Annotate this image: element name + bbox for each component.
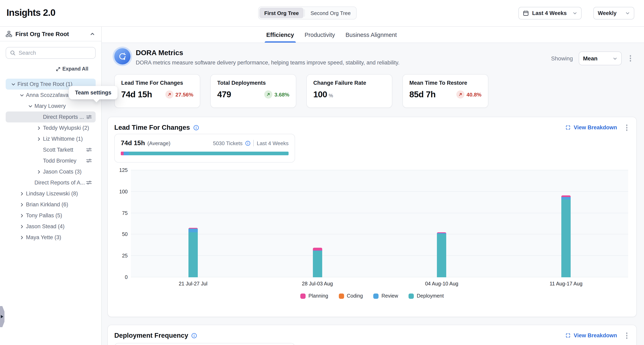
chevron-right-icon[interactable] <box>36 168 42 175</box>
granularity-select[interactable]: Weekly <box>593 7 634 20</box>
gridline <box>131 213 628 213</box>
tree-item-tony-pallas-5[interactable]: Tony Pallas (5) <box>6 210 96 221</box>
tab-efficiency[interactable]: Efficiency <box>266 27 295 42</box>
bar-28-jul-03-aug[interactable] <box>313 248 322 277</box>
metric-value: 479 <box>217 90 231 99</box>
lead-time-title: Lead Time For Changes <box>114 124 190 132</box>
average-value: 74d 15h <box>121 140 145 147</box>
chevron-right-icon[interactable] <box>36 136 42 142</box>
chevron-down-icon[interactable] <box>27 103 34 109</box>
tree-item-label: Mary Lowery <box>34 103 66 109</box>
legend-item-review[interactable]: Review <box>374 293 398 299</box>
y-tick-label: 50 <box>108 232 128 237</box>
tree-item-scott-tarkett[interactable]: Scott Tarkett <box>6 144 96 155</box>
trend-up-arrow-icon <box>165 90 174 98</box>
tree-item-jason-stead-4[interactable]: Jason Stead (4) <box>6 221 96 232</box>
tree-item-direct-reports-of-a[interactable]: Direct Reports of A... <box>6 177 96 188</box>
chevron-right-icon[interactable] <box>19 234 25 240</box>
bar-11-aug-17-aug[interactable] <box>561 196 571 277</box>
search-input[interactable] <box>19 50 91 56</box>
y-tick-label: 25 <box>108 253 128 259</box>
legend-swatch <box>300 293 306 298</box>
bar-segment-planning <box>313 248 322 250</box>
delta-value: 40.8% <box>466 92 482 98</box>
view-breakdown-button[interactable]: View Breakdown <box>566 333 617 339</box>
gridline <box>131 191 628 192</box>
y-axis: 0255075100125 <box>108 170 128 277</box>
chevron-right-icon[interactable] <box>36 125 42 131</box>
chevron-right-icon[interactable] <box>19 223 25 230</box>
tree-item-todd-bromley[interactable]: Todd Bromley <box>6 155 96 166</box>
chevron-down-icon[interactable] <box>10 81 16 87</box>
gridline <box>131 170 628 170</box>
search-field[interactable] <box>6 47 96 59</box>
showing-select[interactable]: Mean <box>578 52 622 65</box>
bar-segment-deployment <box>313 251 322 277</box>
tab-productivity[interactable]: Productivity <box>304 27 336 42</box>
lead-time-kebab-menu[interactable] <box>624 123 630 132</box>
lead-time-chart <box>131 170 628 277</box>
divider <box>254 140 254 146</box>
metric-card-change-failure-rate: Change Failure Rate100% <box>306 74 392 108</box>
tree-item-label: First Org Tree Root (1) <box>18 81 72 87</box>
tree-item-maya-yette-3[interactable]: Maya Yette (3) <box>6 232 96 243</box>
tree-item-jason-coats-3[interactable]: Jason Coats (3) <box>6 166 96 177</box>
team-settings-icon[interactable] <box>86 179 92 186</box>
toggle-first-org-tree[interactable]: First Org Tree <box>260 8 304 18</box>
legend-item-planning[interactable]: Planning <box>300 293 328 299</box>
showing-value: Mean <box>583 55 598 62</box>
bar-segment-deployment <box>437 234 446 277</box>
tab-business-alignment[interactable]: Business Alignment <box>345 27 398 42</box>
sidebar-collapse-button[interactable] <box>89 30 96 37</box>
tooltip-text: Team settings <box>75 90 112 96</box>
average-stacked-bar <box>121 152 288 155</box>
delta-value: 27.56% <box>176 92 193 98</box>
expand-all-label: Expand All <box>62 66 88 72</box>
chevron-right-icon[interactable] <box>19 212 25 219</box>
deployment-frequency-kebab-menu[interactable] <box>624 331 630 340</box>
legend-item-deployment[interactable]: Deployment <box>409 293 444 299</box>
calendar-icon <box>523 10 529 16</box>
tree-item-teddy-wylupski-2[interactable]: Teddy Wylupski (2) <box>6 122 96 134</box>
team-settings-icon[interactable] <box>86 114 92 120</box>
tree-item-label: Lindsay Liszewski (8) <box>26 190 78 196</box>
tree-item-mary-lowery[interactable]: Mary Lowery <box>6 100 96 112</box>
tree-item-direct-reports[interactable]: Direct Reports ... <box>6 112 96 122</box>
toggle-second-org-tree[interactable]: Second Org Tree <box>306 8 356 18</box>
info-icon[interactable] <box>246 140 251 146</box>
tree-item-lindsay-liszewski-8[interactable]: Lindsay Liszewski (8) <box>6 188 96 199</box>
tree-item-liz-whittome-1[interactable]: Liz Whittome (1) <box>6 134 96 144</box>
view-breakdown-button[interactable]: View Breakdown <box>566 125 617 131</box>
view-breakdown-label: View Breakdown <box>574 333 617 339</box>
chevron-down-icon <box>625 11 630 16</box>
date-range-value: Last 4 Weeks <box>532 10 567 16</box>
date-range-select[interactable]: Last 4 Weeks <box>518 7 582 20</box>
info-icon[interactable] <box>192 333 197 338</box>
top-right-controls: Last 4 Weeks Weekly <box>518 7 634 20</box>
legend-item-coding[interactable]: Coding <box>338 293 363 299</box>
bar-21-jul-27-jul[interactable] <box>188 228 198 277</box>
dora-subtitle: DORA metrics measure software delivery p… <box>136 60 400 66</box>
delta-badge: 3.68% <box>264 90 289 98</box>
gridline <box>131 256 628 256</box>
chevron-right-icon[interactable] <box>19 201 25 208</box>
team-settings-icon[interactable] <box>86 157 92 164</box>
chevron-down-icon[interactable] <box>19 92 25 98</box>
expand-all-button[interactable]: Expand All <box>56 66 88 72</box>
chevron-right-icon[interactable] <box>19 190 25 197</box>
trend-up-arrow-icon <box>456 90 464 98</box>
info-icon[interactable] <box>193 125 199 130</box>
dora-controls: Showing Mean <box>551 52 634 65</box>
average-summary-card: 74d 15h (Average) 5030 Tickets Last 4 We… <box>114 134 295 162</box>
average-label: (Average) <box>147 140 170 146</box>
bar-segment-deployment <box>188 232 198 277</box>
tree-item-label: Liz Whittome (1) <box>43 136 83 142</box>
team-settings-icon[interactable] <box>86 146 92 153</box>
bar-segment-review <box>561 197 571 200</box>
tree-item-brian-kirkland-6[interactable]: Brian Kirkland (6) <box>6 199 96 210</box>
legend-swatch <box>374 293 379 298</box>
legend-swatch <box>338 293 344 298</box>
granularity-value: Weekly <box>598 10 617 16</box>
dora-kebab-menu[interactable] <box>627 54 634 63</box>
bar-04-aug-10-aug[interactable] <box>437 232 446 277</box>
